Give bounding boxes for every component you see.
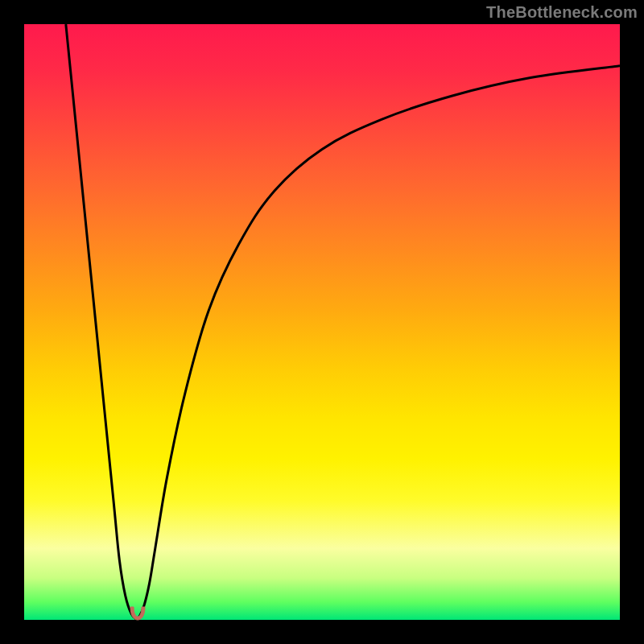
chart-canvas (24, 24, 620, 620)
chart-frame: TheBottleneck.com (0, 0, 644, 644)
curve-right-branch (138, 66, 620, 620)
plot-area (24, 24, 620, 620)
minimum-marker-icon (127, 605, 148, 621)
curve-left-branch (66, 24, 138, 620)
watermark-label: TheBottleneck.com (486, 3, 638, 22)
